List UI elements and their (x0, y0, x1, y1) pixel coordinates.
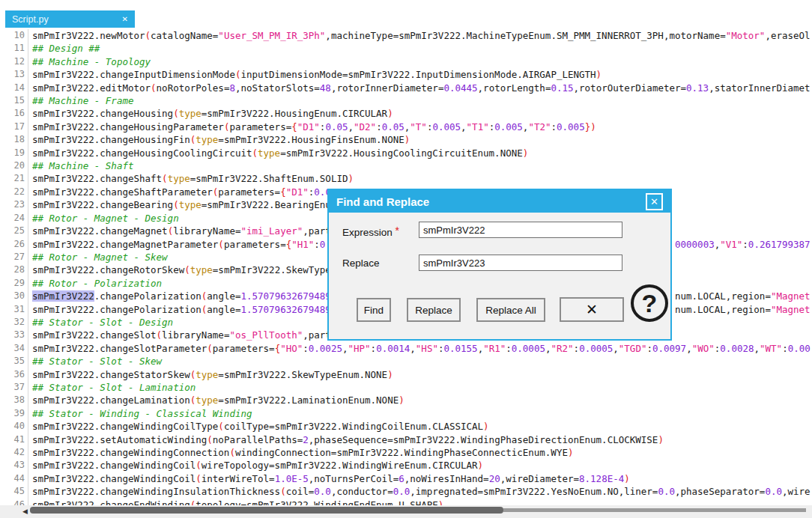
tab-script-py[interactable]: Script.py ✕ (5, 10, 135, 28)
code-line[interactable]: 37## Stator - Slot - Lamination (0, 381, 812, 394)
line-number: 20 (0, 159, 28, 172)
line-number: 31 (0, 303, 28, 316)
line-number: 11 (0, 42, 28, 55)
code-line[interactable]: 15## Machine - Frame (0, 94, 812, 107)
code-line[interactable]: 16smPmIr3V222.changeHousing(type=smPmIr3… (0, 107, 812, 120)
line-number: 38 (0, 394, 28, 406)
line-number: 43 (0, 459, 28, 472)
line-number: 45 (0, 485, 28, 498)
app-window: Script.py ✕ 10smPmIr3V222.newMotor(catal… (0, 0, 812, 518)
find-match-highlight: smPmIr3V222 (32, 290, 94, 302)
scrollbar-track[interactable] (503, 508, 806, 512)
line-number: 13 (0, 68, 28, 81)
code-line[interactable]: 13smPmIr3V222.changeInputDimensionMode(i… (0, 68, 812, 81)
line-number: 21 (0, 172, 28, 185)
line-number: 42 (0, 446, 28, 459)
code-line[interactable]: 35## Stator - Slot - Skew (0, 355, 812, 368)
help-icon[interactable]: ? (631, 284, 668, 322)
line-number: 25 (0, 225, 28, 237)
line-number: 18 (0, 133, 28, 146)
dialog-close-icon[interactable]: ✕ (646, 193, 663, 210)
line-number: 27 (0, 251, 28, 263)
code-line[interactable]: 18smPmIr3V222.changeHousingFin(type=smPm… (0, 133, 812, 146)
scrollbar-thumb[interactable] (30, 507, 503, 514)
find-replace-dialog: Find and Replace ✕ Expression * Replace … (327, 189, 672, 341)
replace-button[interactable]: Replace (407, 298, 461, 322)
code-line[interactable]: 39## Stator - Winding - Classical Windin… (0, 407, 812, 420)
replace-all-button[interactable]: Replace All (476, 298, 545, 322)
dialog-title: Find and Replace (336, 195, 429, 208)
code-line[interactable]: 38smPmIr3V222.changeLamination(type=smPm… (0, 394, 812, 406)
required-asterisk: * (396, 225, 399, 237)
code-line[interactable]: 34smPmIr3V222.changeSlotParameter(parame… (0, 342, 812, 355)
line-number: 16 (0, 107, 28, 120)
code-line[interactable]: 42smPmIr3V222.changeWindingConnection(wi… (0, 446, 812, 459)
code-line[interactable]: 12## Machine - Topology (0, 55, 812, 68)
scroll-left-arrow-icon[interactable]: ◀ (22, 508, 28, 515)
code-line[interactable]: 36smPmIr3V222.changeStatorSkew(type=smPm… (0, 368, 812, 381)
dialog-titlebar[interactable]: Find and Replace ✕ (329, 190, 670, 213)
line-number: 26 (0, 238, 28, 251)
code-line[interactable]: 40smPmIr3V222.changeWindingCoilType(coil… (0, 420, 812, 433)
line-number: 41 (0, 433, 28, 446)
line-number: 28 (0, 263, 28, 276)
code-line[interactable]: 19smPmIr3V222.changeHousingCoolingCircui… (0, 147, 812, 159)
code-line[interactable]: 41smPmIr3V222.setAutomaticWinding(noPara… (0, 433, 812, 446)
line-number: 33 (0, 329, 28, 341)
line-number: 10 (0, 29, 28, 42)
line-number: 14 (0, 82, 28, 94)
line-number: 34 (0, 342, 28, 355)
dialog-body: Expression * Replace Find Replace Replac… (329, 213, 670, 339)
code-line[interactable]: 44smPmIr3V222.changeWindingCoil(interWir… (0, 472, 812, 485)
replace-input[interactable] (419, 255, 622, 271)
find-button[interactable]: Find (357, 298, 391, 322)
horizontal-scrollbar[interactable]: ◀ (0, 505, 812, 518)
code-line[interactable]: 17smPmIr3V222.changeHousingParameter(par… (0, 121, 812, 133)
code-line[interactable]: 14smPmIr3V222.editMotor(noRotorPoles=8,n… (0, 82, 812, 94)
line-number: 19 (0, 147, 28, 159)
line-number: 30 (0, 290, 28, 302)
cancel-button[interactable]: ✕ (560, 297, 624, 322)
line-number: 36 (0, 368, 28, 381)
line-number: 39 (0, 407, 28, 420)
line-number: 24 (0, 212, 28, 225)
tab-close-icon[interactable]: ✕ (122, 16, 128, 23)
line-number: 37 (0, 381, 28, 394)
line-number: 17 (0, 121, 28, 133)
code-line[interactable]: 10smPmIr3V222.newMotor(catalogName="User… (0, 29, 812, 42)
line-number: 12 (0, 55, 28, 68)
expression-input[interactable] (419, 222, 622, 238)
line-number: 15 (0, 94, 28, 107)
line-number: 35 (0, 355, 28, 368)
line-number: 22 (0, 186, 28, 198)
expression-label: Expression * (342, 225, 399, 238)
replace-label: Replace (342, 258, 380, 269)
line-number: 32 (0, 316, 28, 329)
code-line[interactable]: 43smPmIr3V222.changeWindingCoil(wireTopo… (0, 459, 812, 472)
line-number: 29 (0, 277, 28, 290)
line-number: 23 (0, 198, 28, 211)
line-number: 44 (0, 472, 28, 485)
code-line[interactable]: 20## Machine - Shaft (0, 159, 812, 172)
code-line[interactable]: 21smPmIr3V222.changeShaft(type=smPmIr3V2… (0, 172, 812, 185)
tab-title: Script.py (12, 14, 122, 25)
line-number: 40 (0, 420, 28, 433)
code-line[interactable]: 11## Design ## (0, 42, 812, 55)
code-line[interactable]: 45smPmIr3V222.changeWindingInsulationThi… (0, 485, 812, 498)
